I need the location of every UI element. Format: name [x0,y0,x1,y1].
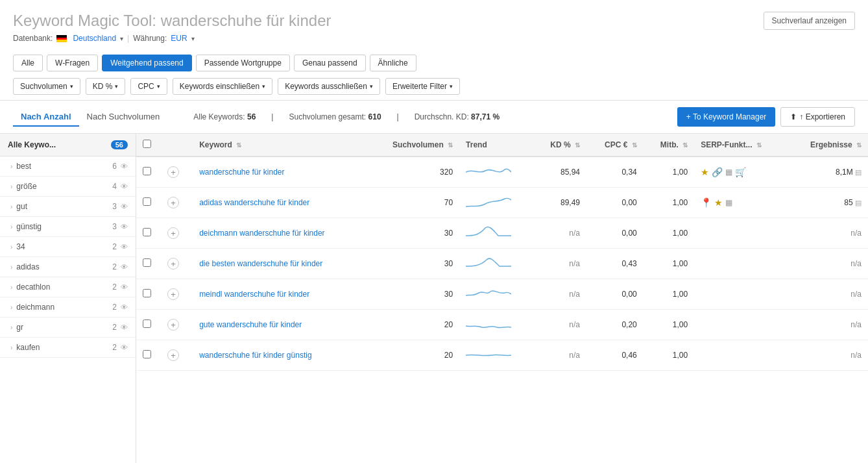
suchvolumen-cell: 320 [367,156,459,188]
sidebar-item-label: best [16,162,31,171]
eye-icon[interactable]: 👁 [121,303,128,311]
sidebar-item-count: 2 [112,242,117,251]
col-header-Mitb.[interactable]: Mitb. ⇅ [644,134,694,156]
add-keyword-button[interactable]: + [167,166,179,178]
sidebar-item-label: gut [16,202,27,211]
sidebar-item[interactable]: › größe 4 👁 [0,177,136,197]
sidebar-item[interactable]: › adidas 2 👁 [0,257,136,277]
tab-weitgehend-passend[interactable]: Weitgehend passend [102,55,192,71]
eye-icon[interactable]: 👁 [121,263,128,271]
sidebar-item-label: deichmann [16,303,54,312]
eye-icon[interactable]: 👁 [121,203,128,210]
sidebar-item[interactable]: › 34 2 👁 [0,237,136,257]
filter-row: Suchvolumen ▾KD % ▾CPC ▾Keywords einschl… [13,78,855,95]
ergebnisse-cell: n/a [787,218,868,249]
add-keyword-button[interactable]: + [167,197,179,208]
serp-cell [694,279,787,310]
flag-icon [56,35,67,42]
col-header-Keyword[interactable]: Keyword ⇅ [193,134,367,156]
sidebar-item[interactable]: › decathlon 2 👁 [0,277,136,297]
filter-keywords-ausschließen[interactable]: Keywords ausschließen ▾ [278,78,380,95]
tab-passende-wortgruppe[interactable]: Passende Wortgruppe [196,55,290,71]
mitb-cell: 1,00 [644,218,694,249]
table-row: +wanderschuhe für kinder günstig20n/a0,4… [136,340,868,371]
eye-icon[interactable]: 👁 [121,323,128,331]
row-checkbox[interactable] [143,350,151,358]
tab-genau-passend[interactable]: Genau passend [294,55,366,71]
trend-cell [459,218,533,249]
wahrung-link[interactable]: EUR [171,34,187,43]
stats-tab-nach-suchvolumen[interactable]: Nach Suchvolumen [79,108,168,127]
keyword-link[interactable]: adidas wanderschuhe für kinder [199,198,309,207]
row-checkbox[interactable] [143,167,151,175]
col-header-KD %[interactable]: KD % ⇅ [533,134,586,156]
tab-alle[interactable]: Alle [13,55,43,71]
serp-pin-icon: 📍 [701,197,712,208]
eye-icon[interactable]: 👁 [121,283,128,291]
sidebar-item-count: 6 [112,162,117,171]
keyword-link[interactable]: gute wanderschuhe für kinder [199,320,302,329]
col-header-SERP-Funkt...[interactable]: SERP-Funkt... ⇅ [694,134,787,156]
col-header-Suchvolumen[interactable]: Suchvolumen ⇅ [367,134,459,156]
trend-chart [466,346,511,364]
eye-icon[interactable]: 👁 [121,243,128,251]
tab-w-fragen[interactable]: W-Fragen [47,55,98,71]
ergebnisse-cell: 8,1M ▤ [787,156,868,188]
eye-icon[interactable]: 👁 [121,182,128,190]
sidebar-item-count: 2 [112,323,117,332]
keyword-link[interactable]: wanderschuhe für kinder günstig [199,351,311,360]
row-checkbox[interactable] [143,289,151,297]
keyword-manager-button[interactable]: + To Keyword Manager [677,107,776,127]
filter-cpc[interactable]: CPC ▾ [130,78,167,95]
col-header-CPC €[interactable]: CPC € ⇅ [586,134,644,156]
serp-cell: ★🔗▦🛒 [694,156,787,188]
row-checkbox[interactable] [143,258,151,267]
keyword-link[interactable]: meindl wanderschuhe für kinder [199,290,309,299]
eye-icon[interactable]: 👁 [121,162,128,170]
row-checkbox[interactable] [143,319,151,328]
filter-kd-%[interactable]: KD % ▾ [86,78,126,95]
sort-icon: ⇅ [448,142,453,149]
keyword-link[interactable]: die besten wanderschuhe für kinder [199,259,322,268]
export-button[interactable]: ⬆ ↑ Exportieren [780,107,855,127]
sort-icon: ⇅ [756,142,762,149]
suchvolumen-cell: 30 [367,218,459,249]
tab-ähnliche[interactable]: Ähnliche [370,55,416,71]
serp-cell [694,340,787,371]
serp-cell [694,218,787,249]
add-keyword-button[interactable]: + [167,319,179,331]
sidebar-item[interactable]: › deichmann 2 👁 [0,297,136,318]
filter-keywords-einschließen[interactable]: Keywords einschließen ▾ [173,78,272,95]
select-all-checkbox[interactable] [143,140,151,148]
eye-icon[interactable]: 👁 [121,344,128,351]
sidebar-item[interactable]: › günstig 3 👁 [0,217,136,237]
sidebar-header-label: Alle Keywo... [8,140,56,149]
mitb-cell: 1,00 [644,279,694,310]
sidebar-item-count: 2 [112,343,117,352]
row-checkbox[interactable] [143,228,151,236]
sidebar-item-label: kaufen [16,343,40,352]
table-row: +wanderschuhe für kinder32085,940,341,00… [136,156,868,188]
col-header-Ergebnisse[interactable]: Ergebnisse ⇅ [787,134,868,156]
eye-icon[interactable]: 👁 [121,223,128,231]
add-keyword-button[interactable]: + [167,227,179,239]
sidebar-item[interactable]: › kaufen 2 👁 [0,338,136,358]
filter-suchvolumen[interactable]: Suchvolumen ▾ [13,78,80,95]
sidebar-item[interactable]: › gr 2 👁 [0,318,136,338]
keyword-link[interactable]: wanderschuhe für kinder [199,168,284,177]
sidebar-item[interactable]: › gut 3 👁 [0,197,136,217]
filter-erweiterte-filter[interactable]: Erweiterte Filter ▾ [385,78,460,95]
cpc-cell: 0,43 [586,249,644,279]
add-keyword-button[interactable]: + [167,288,179,300]
datenbank-link[interactable]: Deutschland [73,34,116,43]
chevron-down-icon: ▾ [262,83,265,90]
stats-tab-nach-anzahl[interactable]: Nach Anzahl [13,108,79,127]
add-keyword-button[interactable]: + [167,258,179,269]
row-checkbox[interactable] [143,197,151,206]
suchverlauf-button[interactable]: Suchverlauf anzeigen [764,12,855,30]
add-keyword-button[interactable]: + [167,349,179,361]
sidebar-item[interactable]: › best 6 👁 [0,156,136,177]
keyword-link[interactable]: deichmann wanderschuhe für kinder [199,229,324,238]
sort-icon: ⇅ [632,142,637,149]
datenbank-label: Datenbank: [13,34,53,43]
